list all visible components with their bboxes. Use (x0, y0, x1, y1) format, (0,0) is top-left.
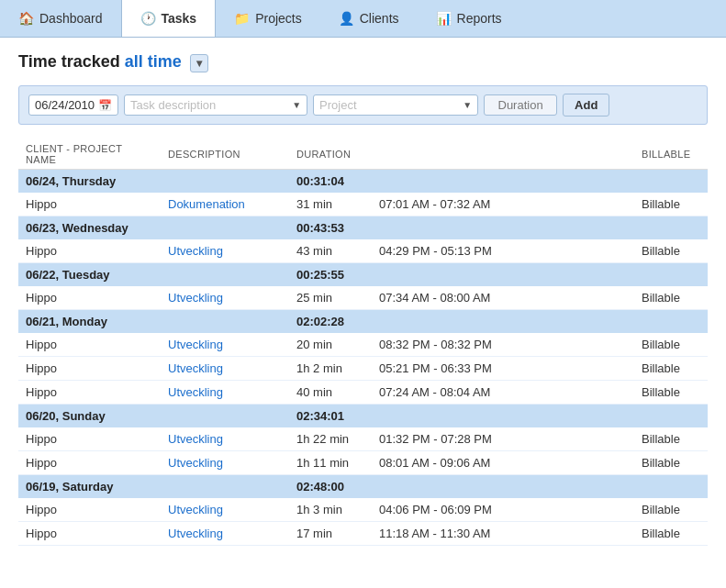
entry-billable: Billable (634, 522, 708, 546)
entry-duration: 20 min (289, 333, 372, 357)
calendar-icon: 📅 (98, 99, 112, 112)
period-dropdown-button[interactable]: ▾ (190, 54, 208, 72)
entry-client: Hippo (18, 357, 161, 381)
table-header-row: CLIENT - PROJECT NAME DESCRIPTION DURATI… (18, 139, 708, 170)
entry-description[interactable]: Utveckling (161, 498, 289, 522)
entry-duration: 1h 11 min (289, 451, 372, 475)
entry-empty (537, 451, 634, 475)
chart-icon: 📊 (436, 11, 452, 26)
entry-description[interactable]: Dokumenation (161, 193, 289, 216)
entry-duration: 40 min (289, 381, 372, 405)
entry-client: Hippo (18, 522, 161, 546)
day-duration: 02:34:01 (289, 405, 372, 428)
entry-description[interactable]: Utveckling (161, 357, 289, 381)
col-header-duration: DURATION (289, 139, 372, 170)
day-header-row: 06/19, Saturday 02:48:00 (18, 475, 708, 499)
day-label: 06/23, Wednesday (18, 216, 289, 240)
entry-time-range: 01:32 PM - 07:28 PM (372, 427, 537, 451)
day-label: 06/22, Tuesday (18, 263, 289, 287)
entry-description[interactable]: Utveckling (161, 451, 289, 475)
entry-time-range: 07:24 AM - 08:04 AM (372, 381, 537, 405)
col-header-desc: DESCRIPTION (161, 139, 289, 170)
person-icon: 👤 (339, 11, 354, 26)
entry-duration: 43 min (289, 239, 372, 263)
home-icon: 🏠 (18, 11, 34, 26)
table-row: Hippo Utveckling 43 min 04:29 PM - 05:13… (18, 239, 708, 263)
table-row: Hippo Utveckling 17 min 11:18 AM - 11:30… (18, 522, 708, 546)
nav-item-reports[interactable]: 📊 Reports (418, 0, 520, 37)
entry-description[interactable]: Utveckling (161, 286, 289, 310)
entry-client: Hippo (18, 427, 161, 451)
entry-description[interactable]: Utveckling (161, 381, 289, 405)
nav-item-tasks[interactable]: 🕐 Tasks (121, 0, 217, 37)
main-content: Time tracked all time ▾ 06/24/2010 📅 Tas… (0, 38, 726, 560)
entry-time-range: 04:29 PM - 05:13 PM (372, 239, 537, 263)
table-row: Hippo Utveckling 1h 3 min 04:06 PM - 06:… (18, 498, 708, 522)
entry-billable: Billable (634, 427, 708, 451)
clock-icon: 🕐 (140, 11, 156, 26)
date-input[interactable]: 06/24/2010 📅 (28, 94, 118, 116)
entry-time-range: 11:18 AM - 11:30 AM (372, 522, 537, 546)
entry-client: Hippo (18, 498, 161, 522)
entry-time-range: 07:01 AM - 07:32 AM (372, 193, 537, 216)
entry-client: Hippo (18, 286, 161, 310)
folder-icon: 📁 (234, 11, 250, 26)
col-header-billable: BILLABLE (634, 139, 708, 170)
nav-label-projects: Projects (255, 11, 302, 26)
entry-description[interactable]: Utveckling (161, 427, 289, 451)
col-header-client: CLIENT - PROJECT NAME (18, 139, 161, 170)
nav-item-dashboard[interactable]: 🏠 Dashboard (0, 0, 121, 37)
duration-label: Duration (498, 98, 543, 112)
entry-empty (537, 522, 634, 546)
entry-duration: 17 min (289, 522, 372, 546)
project-placeholder: Project (319, 98, 459, 112)
entry-empty (537, 239, 634, 263)
entry-billable: Billable (634, 381, 708, 405)
entry-empty (537, 427, 634, 451)
task-dropdown-arrow: ▼ (292, 100, 301, 110)
task-description-dropdown[interactable]: Task description ▼ (124, 94, 307, 116)
entry-empty (537, 381, 634, 405)
entry-duration: 1h 22 min (289, 427, 372, 451)
col-header-empty (537, 139, 634, 170)
time-table: CLIENT - PROJECT NAME DESCRIPTION DURATI… (18, 139, 708, 546)
entry-description[interactable]: Utveckling (161, 522, 289, 546)
entry-description[interactable]: Utveckling (161, 239, 289, 263)
table-row: Hippo Utveckling 1h 11 min 08:01 AM - 09… (18, 451, 708, 475)
entry-billable: Billable (634, 239, 708, 263)
entry-client: Hippo (18, 239, 161, 263)
nav-label-dashboard: Dashboard (39, 11, 103, 26)
add-button[interactable]: Add (563, 94, 609, 116)
duration-input[interactable]: Duration (484, 94, 557, 116)
col-header-timerange (372, 139, 537, 170)
period-link[interactable]: all time (125, 52, 182, 71)
entry-empty (537, 333, 634, 357)
day-label: 06/19, Saturday (18, 475, 289, 499)
page-title: Time tracked all time ▾ (18, 52, 708, 72)
table-row: Hippo Utveckling 1h 22 min 01:32 PM - 07… (18, 427, 708, 451)
entry-time-range: 05:21 PM - 06:33 PM (372, 357, 537, 381)
day-duration: 00:25:55 (289, 263, 372, 287)
entry-billable: Billable (634, 333, 708, 357)
entry-billable: Billable (634, 286, 708, 310)
entry-client: Hippo (18, 451, 161, 475)
entry-client: Hippo (18, 333, 161, 357)
entry-duration: 25 min (289, 286, 372, 310)
entry-description[interactable]: Utveckling (161, 333, 289, 357)
entry-duration: 31 min (289, 193, 372, 216)
day-duration: 02:48:00 (289, 475, 372, 499)
day-duration: 02:02:28 (289, 310, 372, 334)
entry-time-range: 07:34 AM - 08:00 AM (372, 286, 537, 310)
table-row: Hippo Utveckling 1h 2 min 05:21 PM - 06:… (18, 357, 708, 381)
filter-bar: 06/24/2010 📅 Task description ▼ Project … (18, 85, 708, 125)
project-dropdown[interactable]: Project ▼ (313, 94, 478, 116)
day-duration: 00:31:04 (289, 170, 372, 194)
entry-client: Hippo (18, 381, 161, 405)
nav-item-projects[interactable]: 📁 Projects (216, 0, 320, 37)
day-header-row: 06/21, Monday 02:02:28 (18, 310, 708, 334)
day-header-row: 06/20, Sunday 02:34:01 (18, 405, 708, 428)
table-row: Hippo Dokumenation 31 min 07:01 AM - 07:… (18, 193, 708, 216)
nav-item-clients[interactable]: 👤 Clients (320, 0, 418, 37)
nav-bar: 🏠 Dashboard 🕐 Tasks 📁 Projects 👤 Clients… (0, 0, 726, 38)
entry-billable: Billable (634, 357, 708, 381)
